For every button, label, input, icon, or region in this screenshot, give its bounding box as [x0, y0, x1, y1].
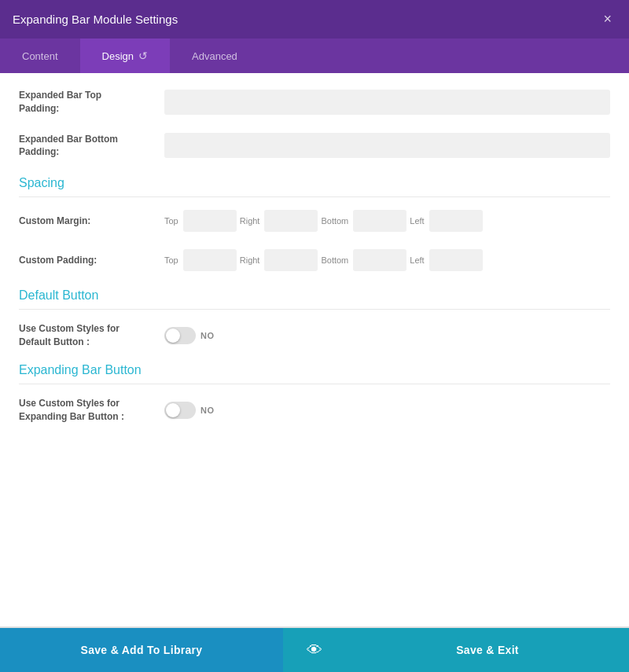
margin-bottom-input[interactable] — [353, 210, 406, 232]
expanding-bar-button-toggle-wrap: NO — [164, 402, 215, 419]
padding-top-label: Top — [164, 255, 178, 265]
preview-button[interactable]: 👁 — [283, 628, 346, 672]
default-button-toggle-wrap: NO — [164, 327, 215, 344]
expanding-bar-button-toggle-thumb — [166, 403, 180, 417]
footer: Save & Add To Library 👁 Save & Exit — [0, 626, 629, 672]
modal: Expanding Bar Module Settings × Content … — [0, 0, 629, 672]
spacing-divider — [19, 196, 610, 197]
margin-top-label: Top — [164, 216, 178, 226]
custom-padding-row: Custom Padding: Top Right Bottom Left — [19, 249, 610, 274]
padding-bottom-label: Bottom — [321, 255, 348, 265]
margin-left-input[interactable] — [429, 210, 483, 232]
margin-right-input[interactable] — [264, 210, 318, 232]
padding-bottom-input[interactable] — [353, 249, 406, 271]
expanding-bar-button-heading: Expanding Bar Button — [19, 363, 610, 377]
modal-header: Expanding Bar Module Settings × — [0, 0, 629, 39]
save-library-button[interactable]: Save & Add To Library — [0, 628, 283, 672]
close-button[interactable]: × — [598, 9, 616, 29]
save-exit-button[interactable]: Save & Exit — [346, 628, 629, 672]
default-button-toggle-row: Use Custom Styles forDefault Button : NO — [19, 322, 610, 349]
tab-design-label: Design — [102, 50, 134, 62]
expanding-bar-button-divider — [19, 384, 610, 384]
expanded-bar-top-padding-input[interactable] — [164, 90, 610, 115]
tab-content[interactable]: Content — [0, 39, 80, 73]
tab-advanced-label: Advanced — [192, 50, 237, 62]
margin-bottom-label: Bottom — [321, 216, 348, 226]
expanding-bar-button-toggle-label: Use Custom Styles forExpanding Bar Butto… — [19, 397, 164, 424]
custom-margin-row: Custom Margin: Top Right Bottom Left — [19, 210, 610, 235]
expanded-bar-top-padding-label: Expanded Bar TopPadding: — [19, 89, 164, 116]
padding-left-input[interactable] — [429, 249, 483, 271]
modal-title: Expanding Bar Module Settings — [13, 13, 178, 26]
default-button-heading: Default Button — [19, 288, 610, 303]
default-button-toggle-thumb — [166, 329, 180, 343]
expanded-bar-top-padding-row: Expanded Bar TopPadding: — [19, 89, 610, 119]
padding-top-input[interactable] — [183, 249, 237, 271]
default-button-toggle-label: Use Custom Styles forDefault Button : — [19, 322, 164, 349]
expanded-bar-bottom-padding-label: Expanded Bar BottomPadding: — [19, 133, 164, 160]
tab-advanced[interactable]: Advanced — [170, 39, 259, 73]
custom-margin-label: Custom Margin: — [19, 215, 164, 228]
expanding-bar-button-toggle-row: Use Custom Styles forExpanding Bar Butto… — [19, 397, 610, 424]
default-button-toggle[interactable] — [164, 327, 196, 344]
eye-icon: 👁 — [307, 641, 322, 659]
undo-icon[interactable]: ↺ — [138, 50, 148, 62]
tabs-bar: Content Design ↺ Advanced — [0, 39, 629, 73]
expanded-bar-bottom-padding-input[interactable] — [164, 133, 610, 158]
margin-right-label: Right — [240, 216, 260, 226]
margin-top-input[interactable] — [183, 210, 237, 232]
default-button-divider — [19, 309, 610, 310]
custom-padding-inputs: Top Right Bottom Left — [164, 249, 610, 271]
padding-right-input[interactable] — [264, 249, 318, 271]
custom-margin-inputs: Top Right Bottom Left — [164, 210, 610, 232]
expanding-bar-button-toggle-value: NO — [200, 406, 215, 415]
margin-left-label: Left — [410, 216, 424, 226]
padding-right-label: Right — [240, 255, 260, 265]
spacing-heading: Spacing — [19, 176, 610, 190]
settings-content: Expanded Bar TopPadding: Expanded Bar Bo… — [0, 73, 629, 626]
custom-padding-label: Custom Padding: — [19, 254, 164, 267]
default-button-toggle-value: NO — [200, 331, 215, 340]
expanding-bar-button-toggle[interactable] — [164, 402, 196, 419]
expanded-bar-bottom-padding-row: Expanded Bar BottomPadding: — [19, 133, 610, 163]
tab-content-label: Content — [22, 50, 58, 62]
tab-design[interactable]: Design ↺ — [80, 39, 170, 73]
padding-left-label: Left — [410, 255, 424, 265]
